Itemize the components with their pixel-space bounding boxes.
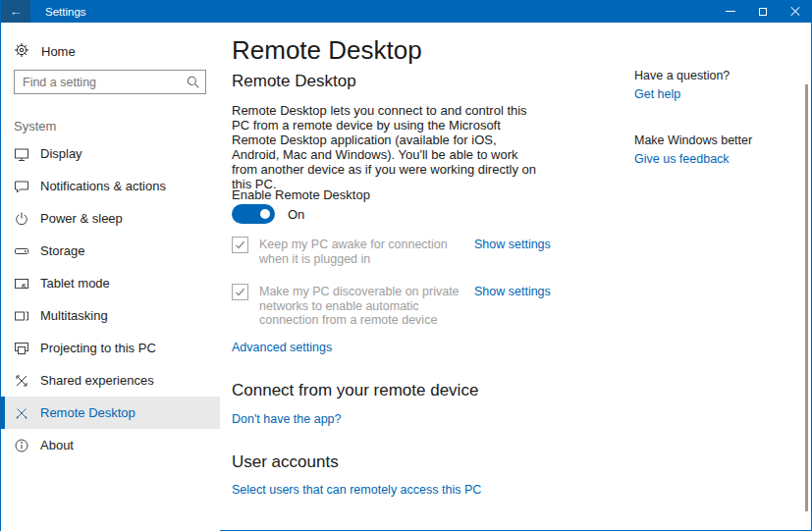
- notifications-icon: [14, 179, 29, 194]
- dont-have-app-link[interactable]: Don't have the app?: [232, 412, 342, 426]
- maximize-icon: [759, 8, 767, 16]
- get-help-link[interactable]: Get help: [634, 87, 680, 101]
- maximize-button[interactable]: [746, 0, 779, 23]
- sidebar-item-home[interactable]: Home: [1, 36, 220, 66]
- minimize-icon: [726, 11, 735, 12]
- settings-window: ← Settings: [0, 0, 812, 531]
- checkmark-icon: [234, 286, 246, 298]
- sidebar-home-label: Home: [41, 44, 76, 59]
- have-a-question-heading: Have a question?: [634, 69, 730, 82]
- sidebar-item-shared-experiences[interactable]: Shared experiences: [1, 364, 220, 397]
- projecting-icon: [14, 341, 29, 356]
- search-input[interactable]: [14, 70, 206, 94]
- page-title: Remote Desktop: [232, 35, 422, 66]
- make-windows-better-heading: Make Windows better: [634, 133, 752, 147]
- back-button[interactable]: ←: [1, 0, 30, 23]
- window-controls: [714, 0, 811, 23]
- sidebar-item-tablet-mode[interactable]: Tablet mode: [1, 267, 220, 299]
- connect-section-heading: Connect from your remote device: [232, 381, 478, 400]
- search-box: [14, 70, 207, 94]
- advanced-settings-link[interactable]: Advanced settings: [232, 341, 332, 354]
- sidebar-section-system: System: [14, 119, 220, 134]
- shared-experiences-icon: [14, 373, 29, 389]
- close-button[interactable]: [779, 0, 811, 23]
- minimize-button[interactable]: [714, 0, 746, 23]
- tablet-icon: [14, 276, 29, 292]
- discoverable-checkbox[interactable]: [232, 284, 248, 300]
- sidebar-item-storage[interactable]: Storage: [1, 235, 220, 267]
- user-accounts-heading: User accounts: [232, 452, 339, 472]
- power-icon: [14, 211, 29, 227]
- select-users-link[interactable]: Select users that can remotely access th…: [232, 483, 481, 497]
- toggle-knob: [260, 209, 270, 219]
- multitasking-icon: [14, 308, 29, 324]
- sidebar-item-projecting[interactable]: Projecting to this PC: [1, 332, 220, 364]
- sidebar-item-power-sleep[interactable]: Power & sleep: [1, 202, 220, 235]
- sidebar-item-about[interactable]: About: [1, 429, 220, 461]
- discoverable-label: Make my PC discoverable on private netwo…: [259, 285, 463, 328]
- enable-remote-desktop-label: Enable Remote Desktop: [232, 187, 370, 202]
- sidebar-item-display[interactable]: Display: [1, 137, 220, 170]
- window-title: Settings: [45, 6, 86, 18]
- vertical-scrollbar[interactable]: [805, 84, 808, 511]
- close-icon: [790, 7, 800, 17]
- display-icon: [14, 146, 29, 162]
- checkmark-icon: [234, 239, 246, 251]
- titlebar: ← Settings: [1, 0, 811, 23]
- remote-desktop-heading: Remote Desktop: [232, 72, 356, 91]
- remote-desktop-description: Remote Desktop lets you connect to and c…: [232, 103, 540, 191]
- keep-awake-label: Keep my PC awake for connection when it …: [259, 238, 463, 266]
- sidebar-item-notifications[interactable]: Notifications & actions: [1, 170, 220, 202]
- sidebar-item-multitasking[interactable]: Multitasking: [1, 299, 220, 332]
- give-us-feedback-link[interactable]: Give us feedback: [634, 152, 730, 166]
- about-icon: [14, 438, 29, 453]
- sidebar: Home System Display: [1, 23, 220, 531]
- toggle-state-label: On: [288, 207, 304, 222]
- enable-remote-desktop-toggle[interactable]: [232, 204, 275, 224]
- keep-awake-checkbox[interactable]: [232, 237, 248, 253]
- storage-icon: [14, 243, 29, 259]
- show-settings-link-discoverable[interactable]: Show settings: [474, 285, 551, 298]
- remote-desktop-icon: [14, 405, 29, 421]
- search-icon: [186, 75, 200, 93]
- gear-icon: [14, 42, 29, 61]
- show-settings-link-keep-awake[interactable]: Show settings: [474, 238, 551, 251]
- back-arrow-icon: ←: [10, 4, 23, 19]
- sidebar-item-remote-desktop[interactable]: Remote Desktop: [1, 397, 220, 429]
